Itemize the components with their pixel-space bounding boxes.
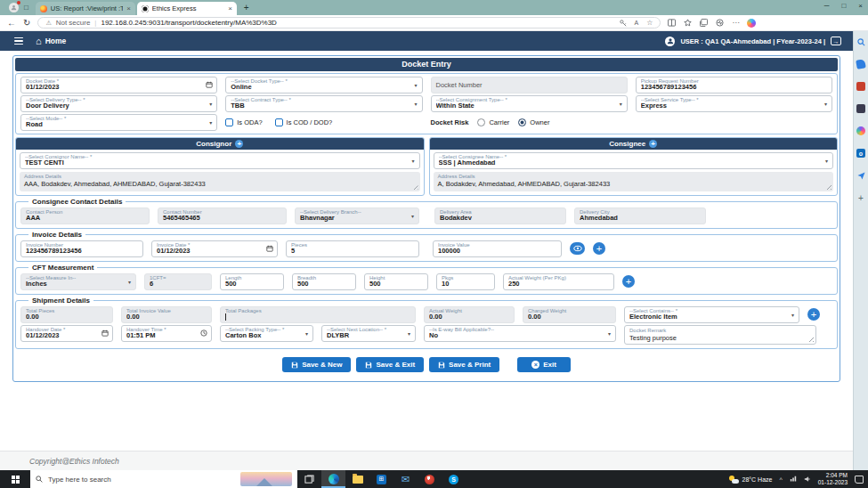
maximize-button[interactable]: □ [841,2,846,10]
tools-icon[interactable] [856,82,865,91]
contains-select[interactable]: --Select Contains-- * Electronic Item ▾ [624,306,799,323]
length-field[interactable]: Length 500 [220,273,284,290]
add-consignor-button[interactable]: + [235,140,243,148]
taskbar-skype-button[interactable]: S [442,470,466,488]
next-location-select[interactable]: --Select Next Location-- * DLYBR ▾ [321,325,416,342]
packing-type-select[interactable]: --Select Packing Type-- * Carton Box ▾ [220,325,313,342]
password-icon[interactable] [620,20,627,27]
pickup-request-number-field[interactable]: Pickup Request Number 123456789123456 [636,77,832,94]
url-text[interactable]: 192.168.0.245:9031/transport/docketentry… [101,19,614,27]
back-button[interactable]: ← [7,19,16,28]
consignor-name-select[interactable]: --Select Consignor Name-- * TEST CENTI ▾ [20,152,420,169]
browser-tab-inactive[interactable]: US: Report :View/print :Track Do × [36,2,135,15]
customize-sidebar-button[interactable]: + [856,193,865,202]
taskbar-clock[interactable]: 2:04 PM 01-12-2023 [818,472,848,486]
add-invoice-button[interactable]: + [593,242,605,255]
sidebar-search-icon[interactable] [856,37,865,46]
is-cod-checkbox[interactable] [275,118,283,126]
pieces-field[interactable]: Pieces 5 [286,240,419,257]
home-link[interactable]: Home [45,37,67,45]
clock-icon[interactable] [200,329,207,337]
split-screen-icon[interactable] [668,19,676,27]
consignment-type-select[interactable]: --Select Consignment Type-- * Within Sta… [431,95,628,112]
breadth-field[interactable]: Breadth 500 [292,273,356,290]
save-and-exit-button[interactable]: Save & Exit [356,357,424,372]
start-button[interactable] [0,470,30,488]
browser-essentials-icon[interactable] [716,19,724,27]
save-and-new-button[interactable]: Save & New [282,357,351,372]
handover-date-field[interactable]: Handover Date * 01/12/2023 [20,325,113,342]
carrier-radio[interactable] [477,118,485,126]
games-icon[interactable] [856,126,865,135]
logout-icon[interactable]: → [831,37,841,45]
height-field[interactable]: Height 500 [364,273,428,290]
shopping-icon[interactable] [856,59,866,69]
docket-date-field[interactable]: Docket Date * 01/12/2023 [20,77,217,94]
delivery-branch-select[interactable]: --Select Delivery Branch-- Bhavnagar ▾ [295,207,419,224]
add-consignee-button[interactable]: + [649,140,657,148]
consignee-address-textarea[interactable]: Address Details A, Bodakdev, Ahmedabad, … [434,172,834,191]
invoice-value-field[interactable]: Invoice Value 100000 [433,240,562,257]
browser-tab-active[interactable]: Ethics Express × [137,2,237,15]
search-highlight-image[interactable] [240,472,292,486]
contract-type-select[interactable]: --Select Contract Type-- * TBB ▾ [225,95,422,112]
consignee-name-select[interactable]: --Select Consignee Name-- * SSS | Ahmeda… [434,152,834,169]
address-bar[interactable]: ⚠ Not secure | 192.168.0.245:9031/transp… [37,17,661,28]
menu-hamburger-icon[interactable] [14,37,23,45]
calendar-icon[interactable] [101,329,109,337]
tray-expand-icon[interactable]: ^ [779,476,782,483]
actual-weight-per-pkg-field[interactable]: Actual Weight (Per PKg) 250 [503,273,614,290]
close-tab-icon[interactable]: × [126,4,131,12]
taskbar-store-button[interactable]: ⊞ [369,470,393,488]
calendar-icon[interactable] [206,81,213,88]
task-view-button[interactable] [297,470,321,488]
add-shipment-button[interactable]: + [807,308,820,321]
eway-bill-select[interactable]: --Is E-way Bill Applicable?-- No ▾ [424,325,616,342]
tab-actions-icon[interactable]: □ [24,4,28,12]
copilot-icon[interactable] [747,19,756,28]
profile-avatar[interactable] [9,3,19,12]
favorites-bar-icon[interactable] [684,19,692,27]
taskbar-weather[interactable]: 28°C Haze [729,476,773,484]
is-oda-checkbox[interactable] [225,118,233,126]
read-aloud-icon[interactable]: A [635,20,639,26]
add-cft-button[interactable]: + [622,275,635,288]
new-tab-button[interactable]: + [244,3,249,12]
save-and-print-button[interactable]: Save & Print [429,357,499,372]
office-icon[interactable] [856,104,865,113]
outlook-icon[interactable]: o [856,149,865,158]
docket-remark-textarea[interactable]: Docket Remark Testing purpose [624,325,816,345]
pkgs-field[interactable]: Pkgs 10 [436,273,495,290]
handover-time-field[interactable]: Handover Time * 01:51 PM [121,325,212,342]
minimize-button[interactable]: ─ [824,2,830,10]
total-packages-field[interactable]: Total Packages [220,306,416,323]
mode-select[interactable]: --Select Mode-- * Road ▾ [20,114,217,131]
invoice-number-field[interactable]: Invoice Number 123456789123456 [20,240,143,257]
volume-icon[interactable] [804,476,811,484]
taskbar-explorer-button[interactable] [345,470,369,488]
action-center-icon[interactable] [855,476,864,484]
view-invoice-button[interactable] [570,242,585,255]
calendar-icon[interactable] [266,245,273,252]
docket-type-select[interactable]: --Select Docket Type-- * Online ▾ [225,77,422,94]
delivery-type-select[interactable]: --Select Delivery Type-- * Door Delivery… [20,95,217,112]
close-button[interactable]: × [858,2,863,10]
not-secure-label[interactable]: Not secure [56,19,91,27]
taskbar-search-input[interactable]: Type here to search [30,470,297,488]
exit-button[interactable]: × Exit [517,357,571,372]
owner-radio[interactable] [518,118,526,126]
taskbar-edge-button[interactable] [321,470,345,488]
favorite-star-icon[interactable]: ☆ [646,19,653,27]
service-type-select[interactable]: --Select Service Type-- * Express ▾ [636,95,832,112]
taskbar-mail-button[interactable]: ✉ [393,470,418,488]
network-icon[interactable] [790,476,797,484]
taskbar-red-app-button[interactable] [418,470,442,488]
invoice-date-field[interactable]: Invoice Date * 01/12/2023 [151,240,278,257]
settings-ellipsis-icon[interactable]: ⋯ [732,19,739,27]
refresh-button[interactable]: ↻ [23,19,30,28]
collections-icon[interactable] [700,19,708,27]
consignor-address-textarea[interactable]: Address Details AAA, Bodakdev, Ahmedabad… [20,172,420,191]
drop-icon[interactable] [856,171,865,180]
measure-in-select[interactable]: --Select Measure In-- Inches ▾ [20,273,136,290]
close-tab-icon[interactable]: × [228,4,232,12]
